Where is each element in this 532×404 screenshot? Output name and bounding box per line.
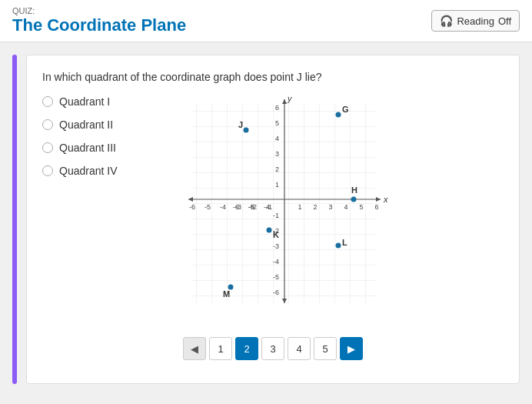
svg-text:2: 2	[275, 165, 279, 173]
label-K: K	[273, 230, 279, 239]
quiz-content: Quadrant I Quadrant II Quadrant III Quad…	[42, 95, 504, 319]
radio-4[interactable]	[42, 165, 53, 176]
page-title: The Coordinate Plane	[12, 15, 186, 35]
page-2-button[interactable]: 2	[235, 337, 258, 360]
svg-marker-4	[188, 197, 193, 202]
header-title-group: QUIZ: The Coordinate Plane	[12, 6, 186, 35]
svg-text:-4: -4	[220, 203, 226, 211]
page-3-button[interactable]: 3	[261, 337, 284, 360]
option-4-label: Quadrant IV	[59, 165, 118, 177]
svg-text:5: 5	[359, 203, 363, 211]
point-K	[267, 228, 272, 233]
svg-text:6: 6	[275, 104, 279, 112]
svg-text:-5: -5	[273, 273, 279, 281]
svg-text:5: 5	[275, 119, 279, 127]
reading-status: Off	[498, 15, 511, 27]
reading-button[interactable]: 🎧 Reading Off	[431, 10, 520, 32]
svg-text:3: 3	[328, 203, 332, 211]
svg-text:6: 6	[374, 203, 378, 211]
headphone-icon: 🎧	[440, 15, 453, 27]
svg-text:-4: -4	[273, 258, 279, 265]
label-H: H	[351, 185, 357, 195]
radio-3[interactable]	[42, 142, 53, 153]
svg-text:-1: -1	[273, 212, 279, 219]
point-J	[244, 128, 249, 133]
reading-label: Reading	[457, 15, 494, 27]
radio-2[interactable]	[42, 119, 53, 130]
svg-text:y: y	[287, 95, 293, 103]
left-stripe	[12, 55, 17, 384]
svg-text:-5: -5	[204, 203, 211, 211]
label-L: L	[342, 238, 347, 247]
option-3[interactable]: Quadrant III	[42, 142, 165, 154]
point-H	[351, 197, 357, 202]
svg-text:x: x	[383, 195, 388, 204]
svg-text:4: 4	[344, 203, 347, 211]
label-G: G	[342, 105, 349, 114]
page-1-button[interactable]: 1	[209, 337, 232, 360]
svg-text:-6: -6	[273, 289, 279, 296]
page-5-button[interactable]: 5	[314, 337, 337, 360]
option-4[interactable]: Quadrant IV	[42, 165, 165, 177]
coordinate-plane: x y -6 -5 -4 -5 -6 -5 -4 -3 -2 -1	[181, 95, 388, 319]
svg-text:3: 3	[275, 150, 279, 158]
graph-section: x y -6 -5 -4 -5 -6 -5 -4 -3 -2 -1	[181, 95, 504, 319]
option-1-label: Quadrant I	[59, 95, 110, 108]
question-text: In which quadrant of the coordinate grap…	[42, 71, 504, 83]
svg-text:1: 1	[298, 203, 301, 211]
quiz-card: In which quadrant of the coordinate grap…	[26, 55, 520, 384]
svg-text:4: 4	[275, 135, 279, 142]
content-area: In which quadrant of the coordinate grap…	[0, 42, 532, 396]
label-J: J	[238, 120, 243, 129]
svg-text:-3: -3	[273, 242, 279, 250]
page-4-button[interactable]: 4	[288, 337, 311, 360]
quiz-label: QUIZ:	[12, 6, 186, 15]
option-3-label: Quadrant III	[59, 142, 116, 154]
svg-text:1: 1	[275, 181, 279, 189]
point-G	[336, 112, 341, 118]
svg-text:-2: -2	[251, 203, 257, 211]
svg-text:-3: -3	[235, 203, 241, 211]
svg-marker-3	[376, 197, 381, 202]
svg-text:-1: -1	[266, 203, 272, 211]
svg-text:2: 2	[313, 203, 317, 211]
prev-button[interactable]: ◀	[183, 337, 206, 360]
options-section: Quadrant I Quadrant II Quadrant III Quad…	[42, 95, 165, 319]
page-header: QUIZ: The Coordinate Plane 🎧 Reading Off	[0, 0, 532, 42]
option-2[interactable]: Quadrant II	[42, 119, 165, 131]
svg-marker-5	[282, 99, 287, 104]
point-L	[336, 243, 341, 249]
next-button[interactable]: ▶	[340, 337, 363, 360]
option-2-label: Quadrant II	[59, 119, 113, 131]
pagination: ◀ 1 2 3 4 5 ▶	[42, 337, 504, 368]
label-M: M	[223, 289, 230, 299]
option-1[interactable]: Quadrant I	[42, 95, 165, 108]
svg-text:-6: -6	[189, 203, 195, 211]
radio-1[interactable]	[42, 96, 53, 107]
